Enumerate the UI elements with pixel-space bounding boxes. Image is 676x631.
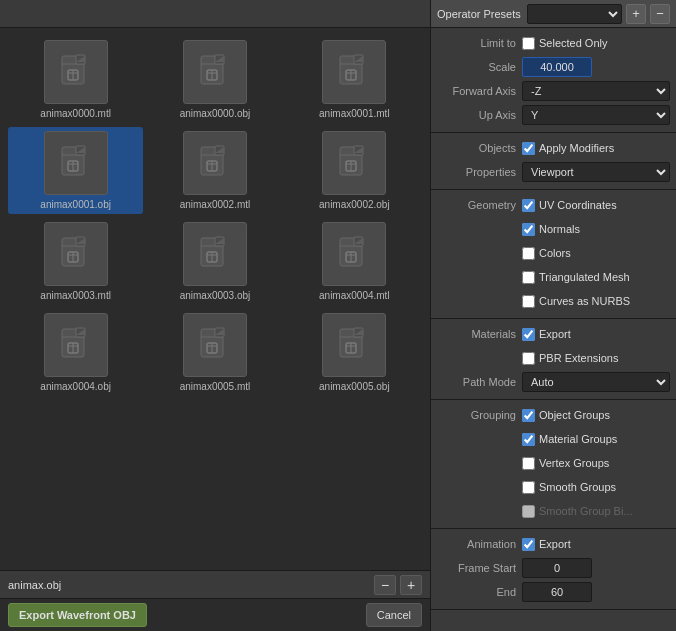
file-icon	[183, 222, 247, 286]
end-input[interactable]	[522, 582, 592, 602]
grouping-label: Grouping	[437, 409, 522, 421]
pbr-value: PBR Extensions	[522, 352, 670, 365]
list-item[interactable]: animax0002.mtl	[147, 127, 282, 214]
limit-scale-section: Limit to Selected Only Scale Forward Axi…	[431, 28, 676, 133]
list-item[interactable]: animax0002.obj	[287, 127, 422, 214]
frame-start-input[interactable]	[522, 558, 592, 578]
list-item[interactable]: animax0001.mtl	[287, 36, 422, 123]
path-mode-select[interactable]: AutoAbsoluteRelativeMatchStripCopy	[522, 372, 670, 392]
export-button[interactable]: Export Wavefront OBJ	[8, 603, 147, 627]
animation-export-wrapper: Export	[522, 538, 571, 551]
up-axis-select[interactable]: Y-YZ-ZX-X	[522, 105, 670, 125]
smooth-bi-label: Smooth Group Bi...	[539, 505, 633, 517]
material-groups-label: Material Groups	[539, 433, 617, 445]
normals-checkbox[interactable]	[522, 223, 535, 236]
animation-export-checkbox[interactable]	[522, 538, 535, 551]
forward-axis-value: -ZZX-XY-Y	[522, 81, 670, 101]
limit-to-row: Limit to Selected Only	[437, 32, 670, 54]
presets-dropdown[interactable]	[527, 4, 623, 24]
forward-axis-select[interactable]: -ZZX-XY-Y	[522, 81, 670, 101]
file-icon	[322, 131, 386, 195]
materials-export-checkbox[interactable]	[522, 328, 535, 341]
objects-value: Apply Modifiers	[522, 142, 670, 155]
curves-label: Curves as NURBS	[539, 295, 630, 307]
grouping-section: Grouping Object Groups Material Groups	[431, 400, 676, 529]
smooth-groups-checkbox[interactable]	[522, 481, 535, 494]
file-name: animax0004.obj	[40, 381, 111, 392]
minus-button[interactable]: −	[374, 575, 396, 595]
file-name: animax0002.obj	[319, 199, 390, 210]
properties-select[interactable]: ViewportRender	[522, 162, 670, 182]
colors-wrapper: Colors	[522, 247, 571, 260]
smooth-bi-value: Smooth Group Bi...	[522, 505, 670, 518]
selected-only-checkbox[interactable]	[522, 37, 535, 50]
file-name: animax0005.obj	[319, 381, 390, 392]
normals-value: Normals	[522, 223, 670, 236]
vertex-groups-checkbox[interactable]	[522, 457, 535, 470]
curves-checkbox[interactable]	[522, 295, 535, 308]
plus-button[interactable]: +	[400, 575, 422, 595]
colors-checkbox[interactable]	[522, 247, 535, 260]
list-item[interactable]: animax0003.obj	[147, 218, 282, 305]
object-groups-checkbox[interactable]	[522, 409, 535, 422]
apply-modifiers-checkbox[interactable]	[522, 142, 535, 155]
list-item[interactable]: animax0004.mtl	[287, 218, 422, 305]
pbr-label: PBR Extensions	[539, 352, 618, 364]
action-bar: animax.obj − +	[0, 570, 430, 598]
list-item[interactable]: animax0001.obj	[8, 127, 143, 214]
materials-export-label: Export	[539, 328, 571, 340]
smooth-bi-checkbox[interactable]	[522, 505, 535, 518]
animation-label: Animation	[437, 538, 522, 550]
add-preset-button[interactable]: +	[626, 4, 646, 24]
vertex-groups-wrapper: Vertex Groups	[522, 457, 609, 470]
path-mode-label: Path Mode	[437, 376, 522, 388]
file-name: animax0004.mtl	[319, 290, 390, 301]
file-icon	[183, 40, 247, 104]
animation-export-label: Export	[539, 538, 571, 550]
animation-section: Animation Export Frame Start End	[431, 529, 676, 610]
uv-coordinates-checkbox[interactable]	[522, 199, 535, 212]
properties-value: ViewportRender	[522, 162, 670, 182]
frame-start-value	[522, 558, 670, 578]
material-groups-checkbox[interactable]	[522, 433, 535, 446]
right-panel: Operator Presets + − Limit to Selected O…	[430, 0, 676, 631]
curves-wrapper: Curves as NURBS	[522, 295, 630, 308]
file-grid: animax0000.mtl animax0000.obj animax0001…	[0, 28, 430, 570]
list-item[interactable]: animax0005.obj	[287, 309, 422, 396]
animation-export-value: Export	[522, 538, 670, 551]
list-item[interactable]: animax0003.mtl	[8, 218, 143, 305]
cancel-button[interactable]: Cancel	[366, 603, 422, 627]
vertex-groups-label: Vertex Groups	[539, 457, 609, 469]
file-name: animax0003.mtl	[40, 290, 111, 301]
remove-preset-button[interactable]: −	[650, 4, 670, 24]
materials-export-wrapper: Export	[522, 328, 571, 341]
file-icon	[44, 131, 108, 195]
normals-row: Normals	[437, 218, 670, 240]
file-icon	[183, 313, 247, 377]
list-item[interactable]: animax0005.mtl	[147, 309, 282, 396]
apply-modifiers-label: Apply Modifiers	[539, 142, 614, 154]
path-mode-value: AutoAbsoluteRelativeMatchStripCopy	[522, 372, 670, 392]
selected-only-label: Selected Only	[539, 37, 607, 49]
file-icon	[44, 40, 108, 104]
scale-input[interactable]	[522, 57, 592, 77]
path-mode-row: Path Mode AutoAbsoluteRelativeMatchStrip…	[437, 371, 670, 393]
file-icon	[183, 131, 247, 195]
file-name: animax0005.mtl	[180, 381, 251, 392]
apply-modifiers-wrapper: Apply Modifiers	[522, 142, 614, 155]
triangulated-checkbox[interactable]	[522, 271, 535, 284]
materials-export-row: Materials Export	[437, 323, 670, 345]
materials-label: Materials	[437, 328, 522, 340]
objects-section: Objects Apply Modifiers Properties Viewp…	[431, 133, 676, 190]
list-item[interactable]: animax0000.obj	[147, 36, 282, 123]
list-item[interactable]: animax0000.mtl	[8, 36, 143, 123]
objects-row: Objects Apply Modifiers	[437, 137, 670, 159]
file-browser: animax0000.mtl animax0000.obj animax0001…	[0, 0, 430, 631]
list-item[interactable]: animax0004.obj	[8, 309, 143, 396]
curves-value: Curves as NURBS	[522, 295, 670, 308]
file-name: animax0000.mtl	[40, 108, 111, 119]
geometry-section: Geometry UV Coordinates Normals	[431, 190, 676, 319]
pbr-row: PBR Extensions	[437, 347, 670, 369]
pbr-checkbox[interactable]	[522, 352, 535, 365]
normals-label: Normals	[539, 223, 580, 235]
